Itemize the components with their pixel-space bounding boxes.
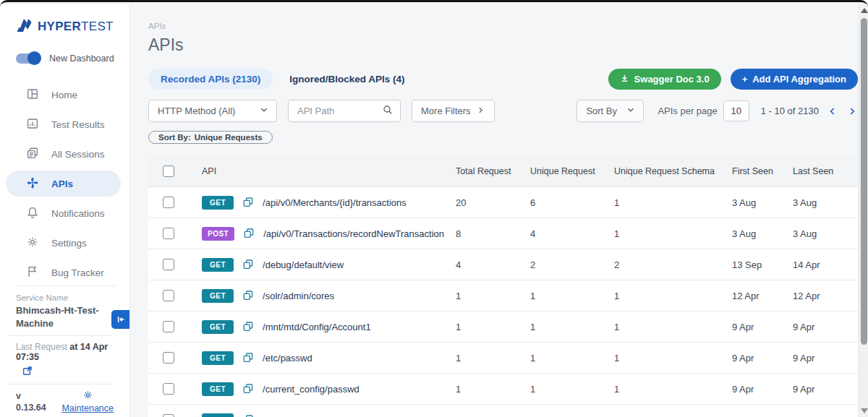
sidebar-collapse-button[interactable]: [111, 310, 129, 329]
copy-icon[interactable]: [242, 259, 254, 270]
copy-icon[interactable]: [242, 352, 254, 364]
sort-by-select[interactable]: Sort By: [576, 100, 644, 122]
row-checkbox[interactable]: [163, 259, 174, 270]
copy-icon[interactable]: [242, 414, 254, 417]
table-row: GET /solr/admin/cores 1 1 1 12 Apr 12 Ap…: [148, 280, 858, 311]
external-link-icon[interactable]: [0, 364, 129, 384]
api-path[interactable]: /solr/admin/cores: [263, 291, 334, 301]
unique-request-schema-value: 1: [614, 415, 732, 417]
unique-request-value: 1: [530, 322, 614, 332]
table-row: GET /current_config/passwd 1 1 1 9 Apr 9…: [148, 374, 858, 405]
unique-request-schema-value: 1: [614, 322, 732, 332]
total-request-value: 1: [456, 415, 530, 417]
http-method-badge: GET: [202, 196, 234, 210]
plus-icon: +: [742, 74, 748, 85]
unique-request-schema-value: 2: [614, 259, 732, 270]
sidebar-item-test-results[interactable]: Test Results: [6, 111, 121, 137]
pagination-range: 1 - 10 of 2130: [761, 106, 819, 116]
row-checkbox[interactable]: [163, 321, 174, 332]
first-seen-value: 3 Aug: [732, 228, 793, 239]
next-page-button[interactable]: [846, 106, 858, 117]
api-path[interactable]: /debug/default/view: [263, 259, 344, 270]
unique-request-value: 2: [530, 259, 614, 270]
maintenance-block: Maintenance: [61, 390, 114, 413]
api-path[interactable]: /current_config/Account1: [263, 415, 367, 417]
table-header: API Total Request Unique Request Unique …: [148, 155, 858, 187]
api-path[interactable]: /api/v0/Merchants/{id}/transactions: [263, 197, 407, 208]
vertical-scrollbar[interactable]: [859, 4, 868, 417]
main-content: APIs APIs Recorded APIs (2130) Ignored/B…: [130, 4, 868, 417]
first-seen-value: 9 Apr: [732, 322, 793, 332]
new-dashboard-toggle[interactable]: [16, 53, 41, 64]
api-path[interactable]: /api/v0/Transactions/recordNewTransactio…: [263, 228, 444, 239]
copy-icon[interactable]: [242, 290, 254, 301]
chip-row: Sort By: Unique Requests: [148, 130, 858, 144]
api-path[interactable]: /mnt/mtd/Config/Account1: [263, 322, 371, 332]
new-dashboard-label: New Dashboard: [49, 53, 114, 64]
sort-by-chip[interactable]: Sort By: Unique Requests: [148, 131, 273, 144]
http-method-badge: GET: [202, 382, 234, 396]
last-seen-value: 12 Apr: [793, 291, 858, 301]
first-seen-value: 3 Aug: [732, 197, 793, 208]
last-seen-value: 14 Apr: [793, 259, 858, 270]
row-checkbox[interactable]: [163, 352, 174, 364]
swagger-doc-button[interactable]: Swagger Doc 3.0: [608, 69, 721, 90]
sidebar-item-home[interactable]: Home: [6, 82, 121, 108]
last-seen-value: 9 Apr: [793, 322, 858, 332]
search-icon: [382, 104, 393, 118]
all-sessions-icon: [26, 147, 39, 162]
api-path-input[interactable]: [297, 106, 373, 116]
previous-page-button[interactable]: [827, 106, 838, 117]
table-row: GET /current_config/Account1 1 1 1 9 Apr…: [148, 405, 858, 417]
row-checkbox[interactable]: [163, 197, 174, 208]
more-filters-button[interactable]: More Filters: [412, 100, 495, 122]
scroll-up-arrow[interactable]: [860, 7, 868, 14]
add-api-aggregation-button[interactable]: + Add API Aggregation: [731, 69, 858, 90]
table-row: GET /etc/passwd 1 1 1 9 Apr 9 Apr: [148, 343, 858, 374]
http-method-select[interactable]: HTTP Method (All): [148, 100, 277, 122]
sidebar-item-all-sessions[interactable]: All Sessions: [6, 141, 121, 167]
api-path[interactable]: /current_config/passwd: [263, 384, 359, 395]
tab-ignored-blocked-apis[interactable]: Ignored/Blocked APIs (4): [277, 69, 417, 90]
sidebar-nav: Home Test Results All Sessions: [0, 82, 129, 285]
copy-icon[interactable]: [242, 383, 254, 395]
first-seen-value: 13 Sep: [732, 259, 793, 270]
tab-recorded-apis[interactable]: Recorded APIs (2130): [148, 69, 273, 90]
sidebar-item-notifications[interactable]: Notifications: [6, 200, 121, 226]
scroll-down-arrow[interactable]: [860, 407, 868, 415]
logo: HYPERTEST: [0, 4, 129, 46]
api-path-search[interactable]: [288, 100, 401, 122]
copy-icon[interactable]: [242, 197, 254, 208]
copy-icon[interactable]: [242, 321, 254, 332]
http-method-badge: GET: [202, 320, 234, 334]
tabs-row: Recorded APIs (2130) Ignored/Blocked API…: [148, 69, 858, 90]
unique-request-schema-value: 1: [614, 197, 732, 208]
table-row: GET /debug/default/view 4 2 2 13 Sep 14 …: [148, 249, 858, 280]
http-method-badge: GET: [202, 413, 234, 417]
select-all-checkbox[interactable]: [163, 165, 174, 177]
last-seen-value: 3 Aug: [793, 228, 858, 239]
row-checkbox[interactable]: [163, 228, 174, 239]
last-seen-value: 9 Apr: [793, 384, 858, 395]
table-row: GET /api/v0/Merchants/{id}/transactions …: [148, 187, 858, 218]
table-body: GET /api/v0/Merchants/{id}/transactions …: [148, 187, 858, 417]
sidebar-footer: Service Name Bhimcash-Ht-Test-Machine La…: [0, 285, 129, 417]
unique-request-value: 1: [530, 291, 614, 301]
app-window: HYPERTEST New Dashboard Home T: [0, 0, 868, 417]
last-seen-value: 9 Apr: [793, 415, 858, 417]
row-checkbox[interactable]: [163, 383, 174, 395]
copy-icon[interactable]: [243, 228, 255, 239]
sidebar-item-bug-tracker[interactable]: Bug Tracker: [6, 259, 121, 285]
chevron-right-icon: [476, 106, 485, 117]
total-request-value: 1: [456, 291, 530, 301]
http-method-badge: GET: [202, 351, 234, 365]
per-page-input[interactable]: [723, 100, 749, 121]
row-checkbox[interactable]: [163, 414, 174, 417]
row-checkbox[interactable]: [163, 290, 174, 301]
sidebar-item-apis[interactable]: APIs: [6, 171, 121, 197]
sidebar-item-settings[interactable]: Settings: [6, 230, 121, 256]
maintenance-link[interactable]: Maintenance: [61, 403, 114, 413]
scrollbar-thumb[interactable]: [861, 18, 867, 345]
api-path[interactable]: /etc/passwd: [263, 353, 312, 364]
service-name-value: Bhimcash-Ht-Test-Machine: [0, 304, 129, 335]
